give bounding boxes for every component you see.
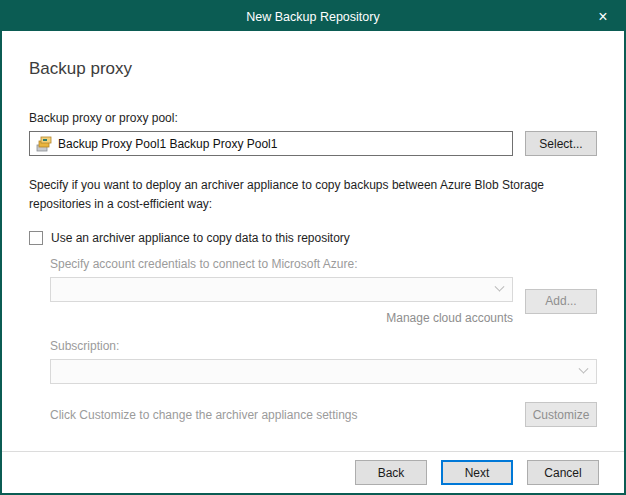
select-button[interactable]: Select... <box>525 131 597 156</box>
proxy-pool-row: Backup Proxy Pool1 Backup Proxy Pool1 Se… <box>29 131 597 156</box>
archiver-checkbox[interactable] <box>29 231 43 245</box>
credentials-dropdown[interactable] <box>50 277 513 302</box>
manage-cloud-accounts-link[interactable]: Manage cloud accounts <box>386 311 513 325</box>
dialog-content: Backup proxy Backup proxy or proxy pool:… <box>2 31 624 451</box>
credentials-label: Specify account credentials to connect t… <box>50 257 597 271</box>
proxy-pool-icon <box>36 136 52 152</box>
back-button[interactable]: Back <box>355 460 427 485</box>
credentials-column: Manage cloud accounts <box>50 277 513 325</box>
chevron-down-icon <box>579 364 589 374</box>
cancel-button[interactable]: Cancel <box>527 460 599 485</box>
archiver-description: Specify if you want to deploy an archive… <box>29 176 597 213</box>
subscription-label: Subscription: <box>50 339 597 353</box>
archiver-checkbox-label: Use an archiver appliance to copy data t… <box>51 231 350 245</box>
chevron-down-icon <box>495 282 505 292</box>
next-button[interactable]: Next <box>441 460 513 485</box>
page-title: Backup proxy <box>29 59 597 79</box>
credentials-row: Manage cloud accounts Add... <box>50 277 597 325</box>
proxy-pool-value: Backup Proxy Pool1 Backup Proxy Pool1 <box>58 137 277 151</box>
titlebar: New Backup Repository × <box>2 2 624 31</box>
footer: Back Next Cancel <box>2 451 624 493</box>
close-icon[interactable]: × <box>582 2 624 31</box>
subscription-dropdown[interactable] <box>50 359 597 384</box>
new-backup-repository-dialog: New Backup Repository × Backup proxy Bac… <box>0 0 626 495</box>
add-button[interactable]: Add... <box>525 289 597 314</box>
customize-button[interactable]: Customize <box>525 402 597 427</box>
customize-row: Click Customize to change the archiver a… <box>50 402 597 427</box>
customize-hint: Click Customize to change the archiver a… <box>50 408 358 422</box>
window-title: New Backup Repository <box>246 10 379 24</box>
archiver-checkbox-row[interactable]: Use an archiver appliance to copy data t… <box>29 231 597 245</box>
archiver-settings-section: Specify account credentials to connect t… <box>50 257 597 427</box>
proxy-pool-label: Backup proxy or proxy pool: <box>29 111 597 125</box>
proxy-pool-input[interactable]: Backup Proxy Pool1 Backup Proxy Pool1 <box>29 131 513 156</box>
